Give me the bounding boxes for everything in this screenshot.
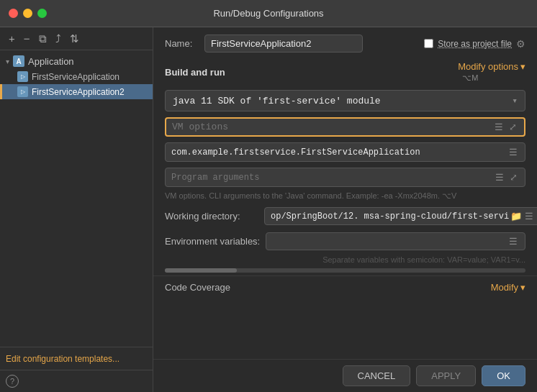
name-label: Name: — [165, 38, 197, 49]
move-config-button[interactable]: ⤴ — [53, 32, 64, 45]
store-project-area: Store as project file ⚙ — [424, 38, 525, 50]
sidebar-toolbar: + − ⧉ ⤴ ⇅ — [0, 27, 153, 50]
build-run-section: Build and run Modify options ▾ ⌥M — [153, 57, 537, 87]
minimize-button[interactable] — [23, 9, 32, 18]
main-class-list-icon[interactable]: ☰ — [507, 147, 519, 158]
env-vars-help: Separate variables with semicolon: VAR=v… — [153, 254, 537, 265]
dialog-title: Run/Debug Configurations — [213, 8, 323, 19]
env-vars-row: Environment variables: ☰ — [153, 229, 537, 254]
working-dir-list-icon[interactable]: ☰ — [523, 211, 535, 222]
remove-config-button[interactable]: − — [21, 32, 33, 45]
help-button[interactable]: ? — [6, 375, 19, 388]
modify-options-label: Modify options — [458, 61, 518, 72]
code-coverage-label: Code Coverage — [165, 282, 230, 293]
cancel-button[interactable]: CANCEL — [343, 365, 411, 386]
tree-group-icon: A — [13, 55, 24, 67]
working-dir-label: Working directory: — [165, 211, 258, 222]
vm-options-container: ☰ ⤢ — [165, 117, 525, 137]
sort-config-button[interactable]: ⇅ — [67, 32, 82, 45]
config-icon-active: ▷ — [17, 86, 28, 97]
sidebar-help-row: ? — [0, 370, 153, 392]
env-vars-list-icon[interactable]: ☰ — [507, 236, 519, 247]
tree-group-application: ▾ A Application — [0, 53, 153, 69]
sidebar-item-first-service-2[interactable]: ▷ FirstServiceApplication2 — [0, 84, 153, 99]
store-project-label: Store as project file — [438, 39, 512, 49]
sidebar-bottom: Edit configuration templates... — [0, 347, 153, 370]
prog-args-expand-icon[interactable]: ⤢ — [508, 172, 519, 183]
config-icon: ▷ — [17, 71, 28, 82]
prog-args-row: ☰ ⤢ — [153, 165, 537, 190]
sidebar-item-first-service[interactable]: ▷ FirstServiceApplication — [0, 69, 153, 84]
edit-config-templates-link[interactable]: Edit configuration templates... — [6, 354, 119, 364]
apply-button[interactable]: APPLY — [416, 365, 476, 386]
sidebar-tree: ▾ A Application ▷ FirstServiceApplicatio… — [0, 50, 153, 347]
working-dir-value: op/SpringBoot/12. msa-spring-cloud/first… — [271, 211, 509, 222]
shortcut-hint: ⌥M — [462, 73, 478, 82]
horizontal-scrollbar[interactable] — [165, 268, 525, 273]
build-run-label: Build and run — [165, 67, 225, 78]
vm-options-list-icon[interactable]: ☰ — [493, 122, 505, 132]
sdk-row: java 11 SDK of 'first-service' module ▾ — [153, 87, 537, 114]
env-vars-label: Environment variables: — [165, 236, 260, 247]
modify-options-button[interactable]: Modify options ▾ — [458, 61, 525, 72]
sidebar-item-label: FirstServiceApplication — [32, 72, 119, 82]
close-button[interactable] — [9, 9, 18, 18]
working-dir-folder-icon[interactable]: 📁 — [509, 211, 523, 222]
scroll-area — [153, 265, 537, 275]
content-panel: Name: Store as project file ⚙ Build and … — [153, 27, 537, 392]
action-bar: CANCEL APPLY OK — [153, 359, 537, 392]
gear-icon[interactable]: ⚙ — [516, 38, 525, 50]
ok-button[interactable]: OK — [482, 365, 525, 386]
modify-chevron-icon: ▾ — [520, 282, 525, 293]
modify-label: Modify — [491, 282, 518, 293]
env-vars-container[interactable]: ☰ — [266, 232, 525, 250]
tree-group-label: Application — [28, 56, 74, 67]
dropdown-arrow-icon: ▾ — [512, 95, 518, 106]
code-coverage-row: Code Coverage Modify ▾ — [153, 275, 537, 298]
working-dir-row: Working directory: op/SpringBoot/12. msa… — [153, 204, 537, 229]
sidebar-item-active-label: FirstServiceApplication2 — [32, 87, 125, 97]
maximize-button[interactable] — [37, 9, 47, 18]
title-bar: Run/Debug Configurations — [0, 0, 537, 27]
main-class-container[interactable]: com.example.firstservice.FirstServiceApp… — [165, 142, 525, 162]
vm-help-text: VM options. CLI arguments to the 'Java' … — [153, 190, 537, 204]
prog-args-input[interactable] — [171, 173, 494, 183]
main-class-value: com.example.firstservice.FirstServiceApp… — [171, 147, 507, 158]
name-row: Name: Store as project file ⚙ — [153, 27, 537, 57]
prog-args-list-icon[interactable]: ☰ — [494, 172, 505, 183]
copy-config-button[interactable]: ⧉ — [36, 32, 50, 45]
prog-args-container: ☰ ⤢ — [165, 168, 525, 187]
vm-options-row: ☰ ⤢ — [153, 114, 537, 140]
add-config-button[interactable]: + — [6, 32, 18, 45]
sidebar: + − ⧉ ⤴ ⇅ ▾ A Application ▷ FirstService… — [0, 27, 153, 392]
name-input[interactable] — [204, 35, 363, 53]
chevron-down-icon: ▾ — [520, 61, 525, 72]
sdk-dropdown[interactable]: java 11 SDK of 'first-service' module ▾ — [165, 90, 525, 111]
main-class-row: com.example.firstservice.FirstServiceApp… — [153, 140, 537, 165]
sdk-value: java 11 SDK of 'first-service' module — [173, 96, 381, 106]
vm-options-expand-icon[interactable]: ⤢ — [507, 122, 518, 132]
store-project-checkbox[interactable] — [424, 39, 433, 48]
working-dir-container: op/SpringBoot/12. msa-spring-cloud/first… — [264, 207, 537, 225]
vm-options-input[interactable] — [172, 122, 493, 132]
modify-coverage-button[interactable]: Modify ▾ — [491, 282, 525, 293]
